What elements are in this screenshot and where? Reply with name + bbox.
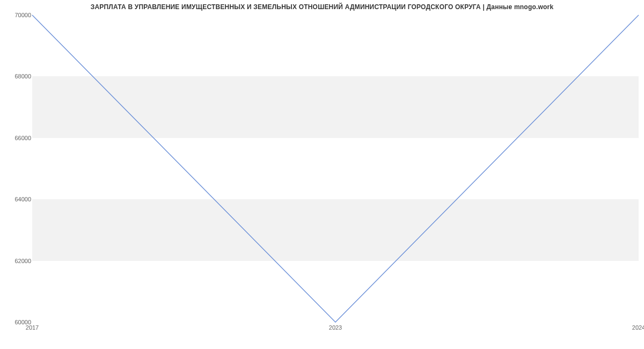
series-line — [32, 15, 639, 322]
x-tick-label: 2024 — [632, 324, 644, 331]
y-tick-label: 64000 — [4, 196, 31, 202]
plot-area — [32, 15, 639, 322]
y-tick-label: 70000 — [4, 12, 31, 18]
x-tick-label: 2023 — [329, 324, 342, 331]
y-tick-label: 62000 — [4, 258, 31, 264]
line-series-layer — [32, 15, 639, 322]
y-tick-label: 66000 — [4, 135, 31, 141]
y-tick-label: 68000 — [4, 73, 31, 79]
x-tick-label: 2017 — [26, 324, 39, 331]
chart-title: ЗАРПЛАТА В УПРАВЛЕНИЕ ИМУЩЕСТВЕННЫХ И ЗЕ… — [0, 0, 644, 11]
